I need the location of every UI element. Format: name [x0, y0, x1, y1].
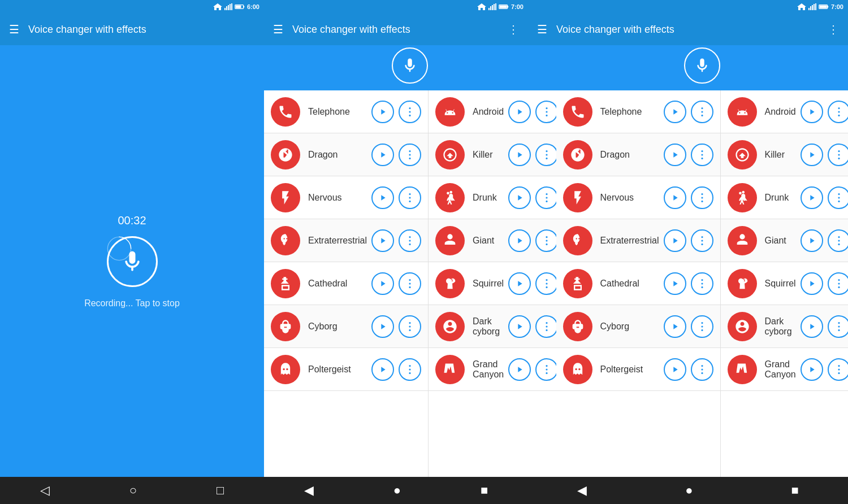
list-item: Android [429, 90, 556, 133]
svg-point-74 [701, 193, 703, 195]
more-button-telephone[interactable] [399, 101, 421, 123]
list-item: Killer [721, 133, 848, 176]
play-button-dragon[interactable] [371, 144, 394, 166]
recent-button-2[interactable]: ■ [469, 479, 499, 502]
more-button-android[interactable] [828, 101, 848, 123]
play-button-android[interactable] [801, 101, 823, 123]
menu-icon-1[interactable]: ☰ [9, 23, 19, 36]
mic-recording-button[interactable] [107, 236, 158, 287]
play-button-drunk[interactable] [801, 186, 823, 209]
play-button-squirrel[interactable] [801, 272, 823, 295]
menu-icon-2[interactable]: ☰ [273, 23, 283, 36]
more-button-cyborg[interactable] [691, 315, 713, 338]
svg-point-107 [838, 365, 840, 367]
more-button-giant[interactable] [535, 229, 556, 252]
effect-icon-dragon [271, 140, 300, 170]
play-button-grand-canyon[interactable] [801, 358, 823, 381]
more-button-nervous[interactable] [399, 186, 421, 209]
more-button-poltergeist[interactable] [691, 358, 713, 381]
play-button-telephone[interactable] [664, 101, 686, 123]
more-button-cathedral[interactable] [691, 272, 713, 295]
effect-name-poltergeist: Poltergeist [308, 364, 367, 375]
more-button-dragon[interactable] [399, 144, 421, 166]
more-button-nervous[interactable] [691, 186, 713, 209]
more-button-telephone[interactable] [691, 101, 713, 123]
play-button-nervous[interactable] [664, 186, 686, 209]
more-button-dark-cyborg[interactable] [828, 315, 848, 338]
more-button-squirrel[interactable] [828, 272, 848, 295]
effect-icon-telephone [271, 97, 300, 127]
more-button-grand-canyon[interactable] [535, 358, 556, 381]
more-button-squirrel[interactable] [535, 272, 556, 295]
more-button-giant[interactable] [828, 229, 848, 252]
back-button-1[interactable]: ◁ [29, 479, 61, 502]
list-item: Nervous [264, 176, 428, 219]
mic-button-2[interactable] [392, 47, 428, 84]
recording-panel[interactable]: 00:32 Recording... Tap to stop [0, 45, 264, 477]
svg-point-80 [701, 279, 703, 281]
home-button-3[interactable]: ● [674, 479, 704, 502]
more-button-extraterrestrial[interactable] [399, 229, 421, 252]
svg-point-76 [701, 200, 703, 202]
effect-name-nervous: Nervous [600, 193, 659, 203]
time-1: 6:00 [247, 3, 259, 10]
play-button-cathedral[interactable] [371, 272, 394, 295]
more-button-android[interactable] [535, 101, 556, 123]
svg-point-100 [838, 243, 840, 245]
menu-icon-3[interactable]: ☰ [537, 23, 547, 36]
play-button-nervous[interactable] [371, 186, 394, 209]
play-button-cyborg[interactable] [371, 315, 394, 338]
play-button-poltergeist[interactable] [664, 358, 686, 381]
play-button-drunk[interactable] [508, 186, 531, 209]
play-button-giant[interactable] [801, 229, 823, 252]
effect-icon-giant [435, 226, 465, 255]
mic-button-3[interactable] [684, 47, 720, 84]
svg-point-94 [838, 157, 840, 159]
svg-point-37 [409, 243, 410, 245]
recent-button-1[interactable]: □ [205, 479, 235, 502]
more-button-drunk[interactable] [828, 186, 848, 209]
play-button-squirrel[interactable] [508, 272, 531, 295]
more-button-extraterrestrial[interactable] [691, 229, 713, 252]
play-button-cyborg[interactable] [664, 315, 686, 338]
more-button-grand-canyon[interactable] [828, 358, 848, 381]
home-button-2[interactable]: ● [382, 479, 412, 502]
home-button-1[interactable]: ○ [118, 479, 148, 502]
svg-rect-3 [230, 4, 231, 10]
play-button-cathedral[interactable] [664, 272, 686, 295]
more-button-cyborg[interactable] [399, 315, 421, 338]
effect-icon-killer [435, 140, 465, 170]
svg-rect-17 [810, 6, 811, 10]
svg-rect-2 [228, 5, 229, 10]
play-button-android[interactable] [508, 101, 531, 123]
more-button-killer[interactable] [535, 144, 556, 166]
play-button-dark-cyborg[interactable] [801, 315, 823, 338]
play-button-killer[interactable] [508, 144, 531, 166]
recent-button-3[interactable]: ■ [780, 479, 810, 502]
play-button-extraterrestrial[interactable] [371, 229, 394, 252]
more-button-poltergeist[interactable] [399, 358, 421, 381]
more-button-drunk[interactable] [535, 186, 556, 209]
right-effect-list: AndroidKillerDrunkGiantSquirrelDark cybo… [429, 90, 556, 477]
play-button-extraterrestrial[interactable] [664, 229, 686, 252]
back-button-3[interactable]: ◀ [566, 479, 598, 502]
svg-point-75 [701, 197, 703, 198]
effect-name-killer: Killer [765, 150, 796, 160]
more-button-dark-cyborg[interactable] [535, 315, 556, 338]
play-button-grand-canyon[interactable] [508, 358, 531, 381]
more-button-killer[interactable] [828, 144, 848, 166]
back-button-2[interactable]: ◀ [293, 479, 325, 502]
more-icon-3[interactable]: ⋮ [828, 23, 839, 36]
play-button-killer[interactable] [801, 144, 823, 166]
play-button-dragon[interactable] [664, 144, 686, 166]
play-button-poltergeist[interactable] [371, 358, 394, 381]
more-icon-2[interactable]: ⋮ [508, 23, 519, 36]
play-button-dark-cyborg[interactable] [508, 315, 531, 338]
svg-point-91 [838, 114, 840, 116]
play-button-telephone[interactable] [371, 101, 394, 123]
effect-icon-squirrel [728, 269, 757, 298]
play-button-giant[interactable] [508, 229, 531, 252]
more-button-dragon[interactable] [691, 144, 713, 166]
more-button-cathedral[interactable] [399, 272, 421, 295]
svg-point-102 [838, 283, 840, 284]
